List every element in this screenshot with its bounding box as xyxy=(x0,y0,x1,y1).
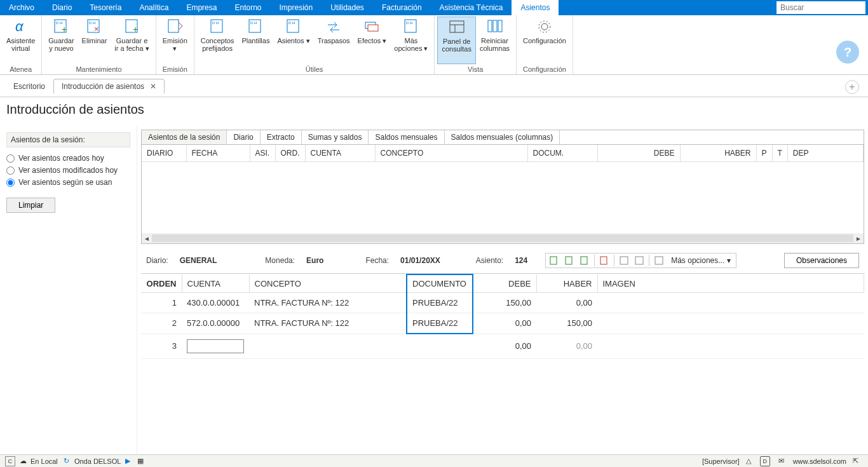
guardar-nuevo-button[interactable]: D H+ Guardar y nuevo xyxy=(44,17,78,64)
tab-introduccion[interactable]: Introducción de asientos ✕ xyxy=(53,79,165,93)
cell-debe: 0,00 xyxy=(473,313,536,334)
svg-text:D H: D H xyxy=(250,21,257,25)
menu-utilidades[interactable]: Utilidades xyxy=(322,0,373,15)
lcol-concepto[interactable]: CONCEPTO xyxy=(249,274,407,293)
lcol-cuenta[interactable]: CUENTA xyxy=(182,274,249,293)
menu-analitica[interactable]: Analítica xyxy=(130,0,177,15)
col-asi[interactable]: ASI. xyxy=(250,145,275,162)
efectos-button[interactable]: Efectos ▾ xyxy=(354,17,391,64)
external-icon[interactable]: ⇱ xyxy=(850,456,860,466)
status-supervisor: [Supervisor] xyxy=(702,457,740,465)
tab-introduccion-label: Introducción de asientos xyxy=(62,82,144,91)
radio-hoy-modificados[interactable]: Ver asientos modificados hoy xyxy=(6,166,130,175)
scroll-left-icon[interactable]: ◄ xyxy=(142,235,152,242)
refresh-icon[interactable]: ↻ xyxy=(62,456,72,466)
inner-tab-saldos[interactable]: Saldos mensuales xyxy=(369,130,444,144)
tool-icon-2[interactable] xyxy=(564,255,575,266)
status-onda: Onda DELSOL xyxy=(74,457,121,465)
cell-orden: 3 xyxy=(141,334,182,358)
col-t[interactable]: T xyxy=(772,145,787,162)
inner-tab-saldos-col[interactable]: Saldos mensuales (columnas) xyxy=(445,130,560,144)
menu-archivo[interactable]: Archivo xyxy=(0,0,43,15)
menubar: Archivo Diario Tesorería Analítica Empre… xyxy=(0,0,868,15)
guardar-fecha-button[interactable]: + Guardar e ir a fecha ▾ xyxy=(111,17,153,64)
cell-cuenta-input[interactable] xyxy=(182,334,249,358)
limpiar-button[interactable]: Limpiar xyxy=(6,198,55,213)
cloud-icon[interactable]: ☁ xyxy=(18,456,28,466)
menu-empresa[interactable]: Empresa xyxy=(177,0,226,15)
asistente-virtual-button[interactable]: α Asistente virtual xyxy=(3,17,39,64)
col-fecha[interactable]: FECHA xyxy=(186,145,250,162)
panel-consultas-button[interactable]: Panel de consultas xyxy=(437,17,475,64)
radio-segun-usan[interactable]: Ver asientos según se usan xyxy=(6,178,130,187)
asientos-button[interactable]: D HAsientos ▾ xyxy=(273,17,313,64)
lcol-imagen[interactable]: IMAGEN xyxy=(597,274,864,293)
mas-opciones-button[interactable]: D HMás opciones ▾ xyxy=(390,17,431,64)
col-diario[interactable]: DIARIO xyxy=(142,145,186,162)
asientos-label: Asientos ▾ xyxy=(277,37,309,44)
menu-impresion[interactable]: Impresión xyxy=(270,0,322,15)
table-row[interactable]: 3 0,00 0,00 xyxy=(141,334,864,358)
col-p[interactable]: P xyxy=(756,145,772,162)
lcol-documento[interactable]: DOCUMENTO xyxy=(407,274,473,293)
plantillas-button[interactable]: D HPlantillas xyxy=(238,17,273,64)
menu-asientos[interactable]: Asientos xyxy=(512,0,559,15)
calendar-icon[interactable]: ▦ xyxy=(135,456,146,466)
table-row[interactable]: 1 430.0.0.00001 NTRA. FACTURA Nº: 122 PR… xyxy=(141,293,864,313)
reiniciar-columnas-button[interactable]: Reiniciar columnas xyxy=(476,17,513,64)
h-scrollbar[interactable]: ◄ ► xyxy=(142,233,864,243)
lcol-orden[interactable]: ORDEN xyxy=(141,274,182,293)
panel-consultas-label: Panel de consultas xyxy=(442,37,471,53)
menu-tesoreria[interactable]: Tesorería xyxy=(81,0,130,15)
tool-icon-1[interactable] xyxy=(548,255,560,266)
mail-icon[interactable]: ✉ xyxy=(776,456,787,466)
col-debe[interactable]: DEBE xyxy=(597,145,680,162)
lcol-haber[interactable]: HABER xyxy=(536,274,597,293)
tool-icon-5[interactable] xyxy=(634,255,645,266)
status-bar: C ☁ En Local ↻ Onda DELSOL ▶ ▦ [Supervis… xyxy=(0,454,868,467)
help-icon[interactable]: ? xyxy=(836,41,859,64)
tool-icon-del[interactable] xyxy=(599,255,610,266)
inner-tab-sesion[interactable]: Asientos de la sesión xyxy=(142,130,227,144)
eliminar-button[interactable]: D H× Eliminar xyxy=(78,17,111,64)
warning-icon[interactable]: △ xyxy=(743,456,754,466)
col-dep[interactable]: DEP xyxy=(787,145,863,162)
menu-facturacion[interactable]: Facturación xyxy=(373,0,431,15)
col-haber[interactable]: HABER xyxy=(680,145,756,162)
play-icon[interactable]: ▶ xyxy=(123,456,133,466)
add-tab-button[interactable]: + xyxy=(845,80,859,94)
inner-tab-sumas[interactable]: Sumas y saldos xyxy=(302,130,369,144)
status-url[interactable]: www.sdelsol.com xyxy=(793,457,846,465)
tool-icon-4[interactable] xyxy=(618,255,630,266)
col-ord[interactable]: ORD. xyxy=(275,145,305,162)
fecha-label: Fecha: xyxy=(365,256,389,265)
col-cuenta[interactable]: CUENTA xyxy=(305,145,375,162)
close-icon[interactable]: ✕ xyxy=(150,82,156,91)
search-input[interactable] xyxy=(776,1,865,14)
inner-tab-diario[interactable]: Diario xyxy=(227,130,260,144)
config-button[interactable]: Configuración xyxy=(519,17,570,64)
menu-entorno[interactable]: Entorno xyxy=(226,0,270,15)
panel-icon xyxy=(448,18,466,36)
conceptos-button[interactable]: D HConceptos prefijados xyxy=(197,17,238,64)
d-icon[interactable]: D xyxy=(760,456,770,466)
radio-label: Ver asientos creados hoy xyxy=(18,154,104,163)
col-concepto[interactable]: CONCEPTO xyxy=(375,145,527,162)
tool-icon-3[interactable] xyxy=(579,255,590,266)
scroll-right-icon[interactable]: ► xyxy=(853,235,864,242)
inner-tab-extracto[interactable]: Extracto xyxy=(261,130,302,144)
group-mantenimiento-label: Mantenimiento xyxy=(44,64,153,74)
emision-button[interactable]: Emisión ▾ xyxy=(159,17,191,64)
tool-icon-6[interactable] xyxy=(653,255,665,266)
traspasos-button[interactable]: Traspasos xyxy=(314,17,354,64)
table-row[interactable]: 2 572.0.0.00000 NTRA. FACTURA Nº: 122 PR… xyxy=(141,313,864,334)
radio-hoy-creados[interactable]: Ver asientos creados hoy xyxy=(6,154,130,163)
col-docum[interactable]: DOCUM. xyxy=(527,145,597,162)
toolbar-more[interactable]: Más opciones... ▾ xyxy=(668,256,733,265)
menu-diario[interactable]: Diario xyxy=(43,0,81,15)
c-icon[interactable]: C xyxy=(5,456,15,466)
tab-escritorio[interactable]: Escritorio xyxy=(5,79,53,93)
observaciones-button[interactable]: Observaciones xyxy=(784,253,859,268)
lcol-debe[interactable]: DEBE xyxy=(473,274,536,293)
menu-asistencia[interactable]: Asistencia Técnica xyxy=(431,0,512,15)
